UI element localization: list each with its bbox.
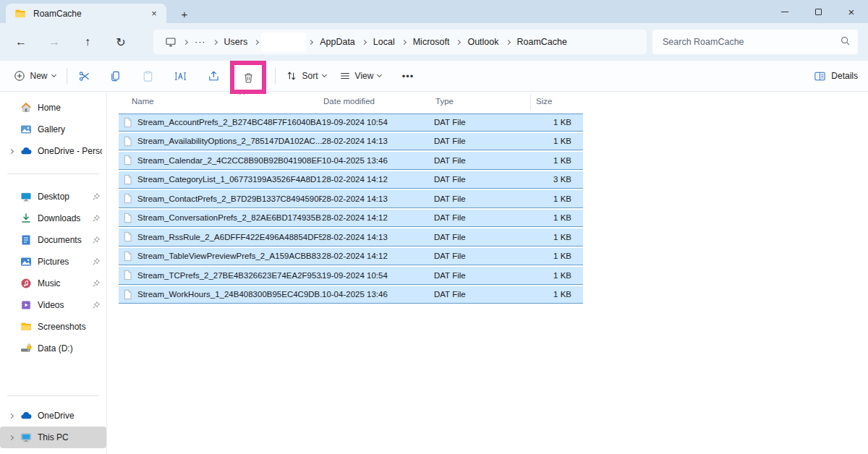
new-tab-button[interactable]: +: [176, 6, 192, 22]
sidebar-item-home[interactable]: Home: [0, 97, 106, 119]
forward-button[interactable]: →: [42, 30, 67, 54]
file-row[interactable]: Stream_AvailabilityOptions_2_785147DA102…: [119, 133, 583, 151]
sidebar-item-downloads[interactable]: Downloads: [0, 207, 106, 229]
file-row[interactable]: Stream_ConversationPrefs_2_82AE6BD174935…: [119, 210, 583, 228]
breadcrumb-chevron-icon[interactable]: [362, 40, 366, 44]
file-row[interactable]: Stream_TCPrefs_2_27BE4B326623E74EA2F953A…: [119, 267, 583, 285]
file-size: 1 KB: [519, 290, 583, 299]
file-icon: [123, 117, 137, 128]
pin-icon: [92, 279, 102, 288]
file-row[interactable]: Stream_TableViewPreviewPrefs_2_A159ACBB8…: [119, 248, 583, 266]
tab-close-icon[interactable]: ×: [148, 7, 161, 20]
close-button[interactable]: ×: [835, 0, 868, 23]
sidebar-item-data-d[interactable]: Data (D:): [0, 338, 106, 359]
share-icon: [208, 70, 220, 82]
trash-icon: [242, 72, 255, 84]
breadcrumb-chevron-icon[interactable]: [309, 40, 312, 44]
maximize-button[interactable]: [801, 0, 835, 23]
breadcrumb-chevron-icon[interactable]: [456, 40, 460, 44]
file-list-area: Name Date modified Type Size Stream_Acco…: [108, 92, 868, 454]
column-header-name[interactable]: Name: [132, 97, 154, 106]
column-divider[interactable]: [530, 95, 531, 111]
copy-button[interactable]: [102, 61, 128, 91]
file-type: DAT File: [434, 194, 519, 203]
chevron-down-icon: [321, 72, 326, 77]
details-button[interactable]: Details: [814, 61, 858, 91]
breadcrumb-chevron-icon[interactable]: [506, 40, 510, 44]
sidebar-item-onedrive[interactable]: OneDrive: [0, 405, 106, 427]
chevron-down-icon: [377, 72, 382, 77]
breadcrumb-segment-roamcache[interactable]: RoamCache: [513, 35, 571, 49]
breadcrumb-this-pc-icon[interactable]: [161, 34, 181, 50]
file-row[interactable]: Stream_ContactPrefs_2_B7D29B1337C8494590…: [119, 190, 583, 208]
sidebar-item-onedrive-persona[interactable]: OneDrive - Persona: [0, 140, 106, 162]
tab-roamcache[interactable]: RoamCache ×: [6, 4, 166, 23]
new-button[interactable]: New: [10, 61, 59, 91]
breadcrumb-chevron-icon[interactable]: [184, 40, 187, 44]
refresh-button[interactable]: ↻: [109, 30, 133, 54]
sidebar-item-label: This PC: [38, 432, 102, 442]
rename-button[interactable]: [167, 61, 193, 91]
pin-icon: [92, 257, 102, 266]
navigation-pane: HomeGalleryOneDrive - PersonaDesktopDown…: [0, 93, 107, 454]
expand-chevron-icon[interactable]: [6, 150, 16, 153]
file-row[interactable]: Stream_CategoryList_1_06773199A3526F4A8D…: [119, 171, 583, 189]
breadcrumb-chevron-icon[interactable]: [402, 40, 406, 44]
file-size: 3 KB: [519, 175, 583, 184]
view-button[interactable]: View: [335, 61, 386, 91]
column-headers: Name Date modified Type Size: [119, 95, 596, 111]
search-box[interactable]: [652, 30, 858, 54]
delete-button[interactable]: [242, 72, 255, 84]
sidebar-item-screenshots[interactable]: Screenshots: [0, 316, 106, 338]
breadcrumb-segment-appdata[interactable]: AppData: [315, 35, 359, 49]
details-button-label: Details: [831, 71, 858, 81]
sidebar-item-desktop[interactable]: Desktop: [0, 186, 106, 207]
breadcrumb-chevron-icon[interactable]: [255, 40, 258, 44]
back-button[interactable]: ←: [9, 30, 33, 54]
file-type: DAT File: [434, 290, 519, 299]
file-row[interactable]: Stream_WorkHours_1_24B408300B95EC4C9DB..…: [119, 286, 583, 304]
breadcrumb-segment-users[interactable]: Users: [220, 35, 252, 49]
toolbar-divider: [275, 68, 276, 84]
sidebar-item-music[interactable]: Music: [0, 273, 106, 294]
search-input[interactable]: [663, 37, 840, 47]
file-date-modified: 19-09-2024 10:54: [322, 271, 434, 280]
music-icon: [20, 278, 33, 289]
file-name: Stream_ContactPrefs_2_B7D29B1337C8494590…: [137, 194, 322, 203]
sidebar-item-videos[interactable]: Videos: [0, 294, 106, 316]
expand-chevron-icon[interactable]: [6, 414, 16, 418]
file-type: DAT File: [434, 156, 519, 165]
paste-button[interactable]: [135, 61, 161, 91]
breadcrumb-segment-redacted[interactable]: [261, 33, 306, 51]
minimize-button[interactable]: [768, 0, 801, 23]
column-header-date-modified[interactable]: Date modified: [323, 97, 375, 106]
file-icon: [123, 213, 137, 223]
cut-button[interactable]: [71, 61, 97, 91]
file-name: Stream_CategoryList_1_06773199A3526F4A8D…: [137, 175, 322, 184]
file-row[interactable]: Stream_Calendar_2_4C2CC8B90B92B041908EF.…: [119, 152, 583, 170]
sort-button[interactable]: Sort: [282, 61, 330, 91]
up-button[interactable]: ↑: [75, 30, 100, 54]
expand-chevron-icon[interactable]: [6, 436, 16, 440]
file-date-modified: 28-02-2024 14:13: [322, 233, 434, 241]
sidebar-item-gallery[interactable]: Gallery: [0, 119, 106, 140]
breadcrumb-segment-microsoft[interactable]: Microsoft: [409, 35, 454, 49]
column-header-type[interactable]: Type: [435, 97, 454, 106]
sidebar-item-pictures[interactable]: Pictures: [0, 251, 106, 273]
breadcrumb-chevron-icon[interactable]: [213, 40, 217, 44]
file-icon: [123, 193, 137, 204]
title-bar: RoamCache × + ×: [0, 0, 868, 23]
breadcrumb-segment-outlook[interactable]: Outlook: [463, 35, 503, 49]
breadcrumb-overflow-button[interactable]: ···: [190, 35, 210, 49]
file-size: 1 KB: [519, 137, 583, 145]
column-header-size[interactable]: Size: [536, 97, 552, 106]
share-button[interactable]: [200, 61, 226, 91]
file-row[interactable]: Stream_RssRule_2_A6DFFF422E496A48854DF5F…: [119, 228, 583, 247]
file-type: DAT File: [434, 233, 519, 241]
sidebar-item-this-pc[interactable]: This PC: [0, 427, 106, 448]
sidebar-item-documents[interactable]: Documents: [0, 229, 106, 251]
breadcrumb-segment-local[interactable]: Local: [369, 35, 399, 49]
file-row[interactable]: Stream_AccountPrefs_2_B274BC48F7F16040BA…: [119, 113, 583, 132]
minimize-icon: [781, 12, 788, 12]
more-options-button[interactable]: •••: [396, 61, 420, 91]
